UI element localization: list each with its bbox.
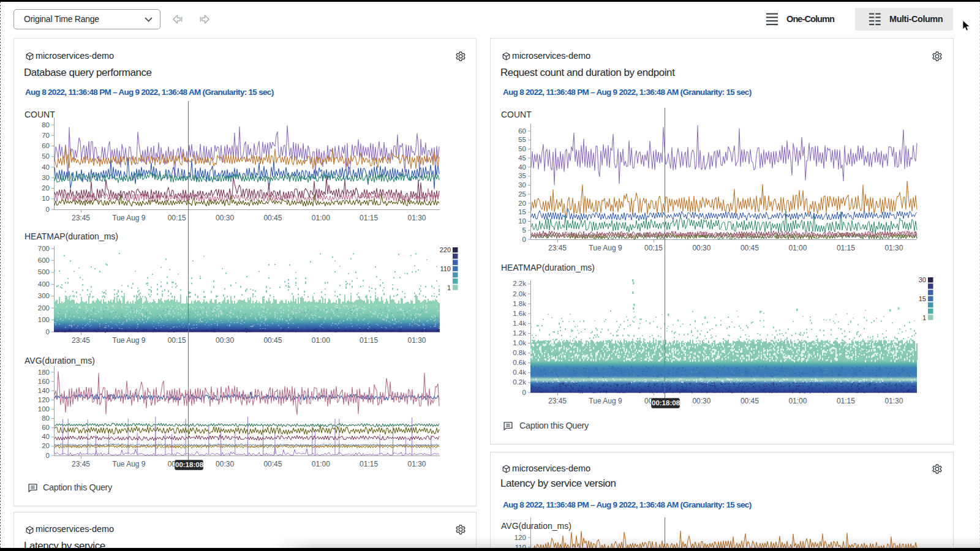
svg-text:00:15: 00:15	[644, 244, 663, 252]
svg-text:23:45: 23:45	[72, 214, 90, 222]
svg-text:80: 80	[42, 121, 50, 129]
svg-text:01:00: 01:00	[312, 460, 330, 468]
svg-text:30: 30	[42, 174, 50, 181]
svg-text:40: 40	[518, 163, 526, 171]
svg-text:200: 200	[38, 304, 50, 312]
svg-text:700: 700	[38, 245, 50, 252]
svg-text:2.2k: 2.2k	[513, 280, 526, 287]
svg-text:15: 15	[919, 295, 926, 302]
svg-text:23:45: 23:45	[548, 244, 567, 252]
svg-text:40: 40	[42, 433, 50, 440]
svg-text:01:30: 01:30	[407, 214, 426, 222]
svg-text:Tue Aug 9: Tue Aug 9	[589, 397, 622, 405]
svg-text:600: 600	[38, 257, 50, 264]
svg-text:00:30: 00:30	[692, 397, 710, 405]
svg-text:Tue Aug 9: Tue Aug 9	[112, 460, 146, 468]
svg-text:01:00: 01:00	[788, 244, 807, 252]
svg-text:00:30: 00:30	[216, 460, 234, 468]
svg-text:10: 10	[518, 217, 526, 225]
svg-text:0.6k: 0.6k	[513, 359, 526, 366]
svg-text:400: 400	[38, 280, 50, 288]
svg-text:55: 55	[518, 136, 526, 143]
svg-text:2.0k: 2.0k	[513, 290, 526, 298]
svg-text:60: 60	[42, 142, 50, 149]
svg-text:00:45: 00:45	[741, 244, 759, 252]
svg-text:01:15: 01:15	[837, 397, 855, 405]
svg-text:20: 20	[42, 184, 50, 192]
svg-text:1.2k: 1.2k	[513, 329, 526, 337]
svg-text:160: 160	[38, 378, 50, 385]
svg-text:01:15: 01:15	[360, 336, 378, 345]
svg-text:01:15: 01:15	[360, 460, 378, 468]
svg-text:1: 1	[922, 314, 926, 321]
svg-text:00:45: 00:45	[263, 460, 282, 468]
svg-text:00:30: 00:30	[216, 214, 234, 222]
svg-text:Tue Aug 9: Tue Aug 9	[112, 336, 146, 345]
svg-text:35: 35	[518, 172, 526, 179]
svg-text:0: 0	[46, 206, 50, 213]
svg-text:00:15: 00:15	[168, 336, 186, 345]
svg-text:500: 500	[38, 268, 50, 276]
svg-text:01:00: 01:00	[312, 336, 330, 345]
svg-text:50: 50	[42, 152, 50, 160]
svg-text:180: 180	[38, 369, 50, 376]
svg-text:140: 140	[38, 387, 50, 394]
svg-text:01:00: 01:00	[788, 397, 807, 405]
svg-text:01:30: 01:30	[407, 336, 426, 345]
svg-text:01:15: 01:15	[360, 214, 378, 222]
svg-text:1.4k: 1.4k	[513, 320, 526, 327]
svg-text:0: 0	[522, 236, 526, 243]
svg-text:60: 60	[518, 127, 526, 135]
svg-text:15: 15	[518, 208, 526, 216]
svg-text:1: 1	[447, 284, 451, 291]
svg-text:Tue Aug 9: Tue Aug 9	[589, 244, 622, 252]
svg-text:20: 20	[42, 442, 50, 449]
svg-text:70: 70	[42, 132, 50, 139]
svg-text:80: 80	[42, 414, 50, 422]
svg-text:0.4k: 0.4k	[513, 369, 526, 376]
svg-text:0.2k: 0.2k	[513, 378, 526, 386]
svg-text:00:45: 00:45	[741, 397, 759, 405]
svg-text:01:30: 01:30	[884, 397, 903, 405]
svg-text:40: 40	[42, 163, 50, 171]
svg-text:Tue Aug 9: Tue Aug 9	[112, 214, 146, 222]
svg-text:1.8k: 1.8k	[513, 300, 526, 307]
svg-text:20: 20	[518, 200, 526, 207]
svg-text:5: 5	[522, 227, 526, 234]
svg-text:23:45: 23:45	[72, 460, 90, 468]
svg-text:01:30: 01:30	[407, 460, 426, 468]
svg-text:45: 45	[518, 154, 526, 162]
svg-text:01:30: 01:30	[884, 244, 903, 252]
svg-text:00:45: 00:45	[263, 336, 282, 345]
svg-text:50: 50	[518, 145, 526, 152]
svg-text:300: 300	[38, 292, 50, 299]
svg-text:00:45: 00:45	[263, 214, 282, 222]
svg-text:0: 0	[46, 452, 50, 459]
svg-text:1.0k: 1.0k	[513, 339, 526, 347]
svg-text:01:00: 01:00	[312, 214, 330, 222]
svg-text:0.8k: 0.8k	[513, 349, 526, 356]
svg-text:60: 60	[42, 424, 50, 431]
svg-text:25: 25	[518, 190, 526, 198]
svg-text:110: 110	[440, 265, 451, 272]
svg-text:23:45: 23:45	[72, 336, 90, 345]
svg-text:0: 0	[46, 328, 50, 335]
svg-text:00:30: 00:30	[692, 244, 710, 252]
svg-text:00:15: 00:15	[168, 214, 186, 222]
svg-text:30: 30	[518, 181, 526, 189]
svg-text:0: 0	[522, 389, 526, 396]
svg-text:00:30: 00:30	[216, 336, 234, 345]
svg-text:10: 10	[42, 195, 50, 202]
svg-text:23:45: 23:45	[548, 397, 567, 405]
svg-text:100: 100	[38, 316, 50, 323]
svg-text:1.6k: 1.6k	[513, 310, 526, 317]
svg-text:220: 220	[440, 246, 451, 253]
svg-text:100: 100	[38, 405, 50, 413]
svg-text:120: 120	[38, 396, 50, 403]
svg-text:01:15: 01:15	[837, 244, 855, 252]
svg-text:30: 30	[919, 276, 926, 283]
